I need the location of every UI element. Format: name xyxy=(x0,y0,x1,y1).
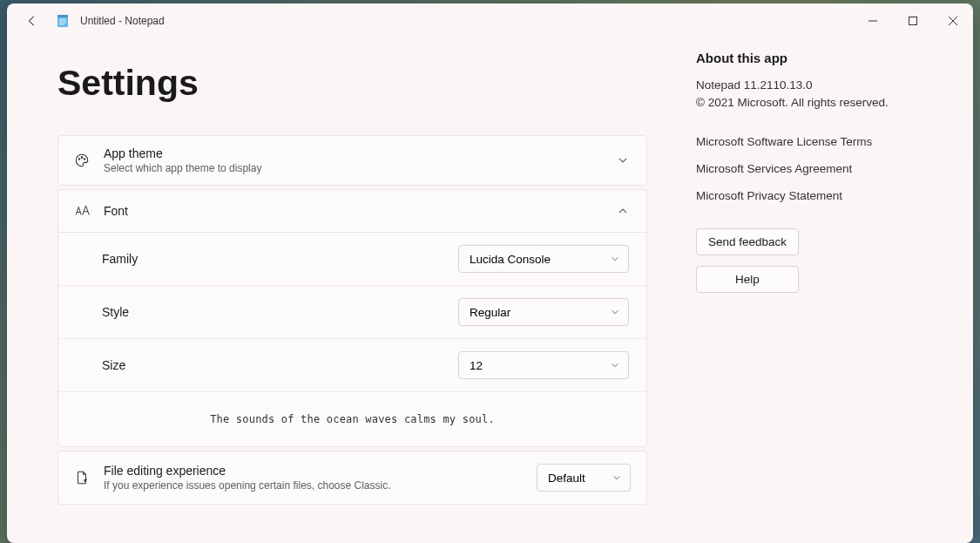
font-family-row: Family Lucida Console xyxy=(58,233,646,285)
file-editing-card: File editing experience If you experienc… xyxy=(57,451,647,505)
palette-icon xyxy=(72,153,91,168)
app-theme-expander[interactable]: App theme Select which app theme to disp… xyxy=(58,136,646,185)
font-style-value: Regular xyxy=(470,306,611,319)
svg-rect-7 xyxy=(909,17,917,25)
notepad-settings-window: Untitled - Notepad Settings xyxy=(7,3,973,543)
help-button[interactable]: Help xyxy=(696,266,799,293)
back-arrow-icon xyxy=(26,15,38,27)
about-links: Microsoft Software License Terms Microso… xyxy=(696,135,923,202)
file-editing-value: Default xyxy=(548,472,612,485)
font-titles: Font xyxy=(104,204,617,218)
file-editing-subtitle: If you experience issues opening certain… xyxy=(104,479,537,492)
chevron-down-icon xyxy=(612,473,621,482)
svg-point-11 xyxy=(81,157,83,159)
chevron-down-icon xyxy=(617,154,629,166)
svg-point-10 xyxy=(78,159,80,160)
maximize-icon xyxy=(909,17,917,25)
chevron-down-icon xyxy=(611,255,619,263)
app-theme-card: App theme Select which app theme to disp… xyxy=(57,135,647,186)
titlebar: Untitled - Notepad xyxy=(7,3,973,38)
file-editing-row: File editing experience If you experienc… xyxy=(58,451,646,504)
back-button[interactable] xyxy=(19,8,45,34)
font-expander[interactable]: Font xyxy=(58,190,646,232)
font-size-value: 12 xyxy=(470,359,611,372)
font-card: Font Family Lucida Console xyxy=(57,189,647,447)
minimize-icon xyxy=(868,17,877,25)
file-editing-dropdown[interactable]: Default xyxy=(537,464,631,492)
license-terms-link[interactable]: Microsoft Software License Terms xyxy=(696,135,923,148)
font-style-dropdown[interactable]: Regular xyxy=(458,298,629,326)
font-family-label: Family xyxy=(102,252,458,266)
page-title: Settings xyxy=(57,63,647,104)
settings-main: Settings App theme Select which app them… xyxy=(57,38,647,517)
svg-rect-1 xyxy=(57,15,68,17)
close-button[interactable] xyxy=(933,3,973,38)
window-controls xyxy=(853,3,973,38)
font-icon xyxy=(72,203,91,219)
font-size-row: Size 12 xyxy=(58,338,646,391)
chevron-down-icon xyxy=(611,308,619,316)
content-area: Settings App theme Select which app them… xyxy=(7,38,973,543)
window-title: Untitled - Notepad xyxy=(80,15,165,27)
font-style-row: Style Regular xyxy=(58,285,646,338)
send-feedback-button[interactable]: Send feedback xyxy=(696,228,799,255)
font-preview: The sounds of the ocean waves calms my s… xyxy=(58,391,646,446)
font-style-label: Style xyxy=(102,305,458,319)
font-sub-rows: Family Lucida Console Style Regular xyxy=(58,232,646,446)
close-icon xyxy=(949,17,957,25)
about-copyright: © 2021 Microsoft. All rights reserved. xyxy=(696,95,923,111)
app-theme-title: App theme xyxy=(104,146,617,160)
font-family-dropdown[interactable]: Lucida Console xyxy=(458,245,629,273)
font-title: Font xyxy=(104,204,617,218)
maximize-button[interactable] xyxy=(893,3,933,38)
app-theme-subtitle: Select which app theme to display xyxy=(104,162,617,174)
about-sidebar: About this app Notepad 11.2110.13.0 © 20… xyxy=(696,38,923,517)
chevron-up-icon xyxy=(617,205,629,217)
about-heading: About this app xyxy=(696,51,923,65)
app-theme-titles: App theme Select which app theme to disp… xyxy=(104,146,617,174)
font-size-label: Size xyxy=(102,358,458,372)
document-edit-icon xyxy=(72,470,91,485)
file-editing-titles: File editing experience If you experienc… xyxy=(104,464,537,492)
chevron-down-icon xyxy=(611,361,619,370)
minimize-button[interactable] xyxy=(853,3,893,38)
about-buttons: Send feedback Help xyxy=(696,228,923,293)
svg-point-12 xyxy=(84,159,85,160)
services-agreement-link[interactable]: Microsoft Services Agreement xyxy=(696,162,923,175)
file-editing-title: File editing experience xyxy=(104,464,537,478)
font-size-dropdown[interactable]: 12 xyxy=(458,351,629,379)
font-family-value: Lucida Console xyxy=(470,253,611,266)
privacy-statement-link[interactable]: Microsoft Privacy Statement xyxy=(696,189,923,202)
about-version: Notepad 11.2110.13.0 xyxy=(696,78,923,93)
notepad-app-icon xyxy=(56,14,70,28)
